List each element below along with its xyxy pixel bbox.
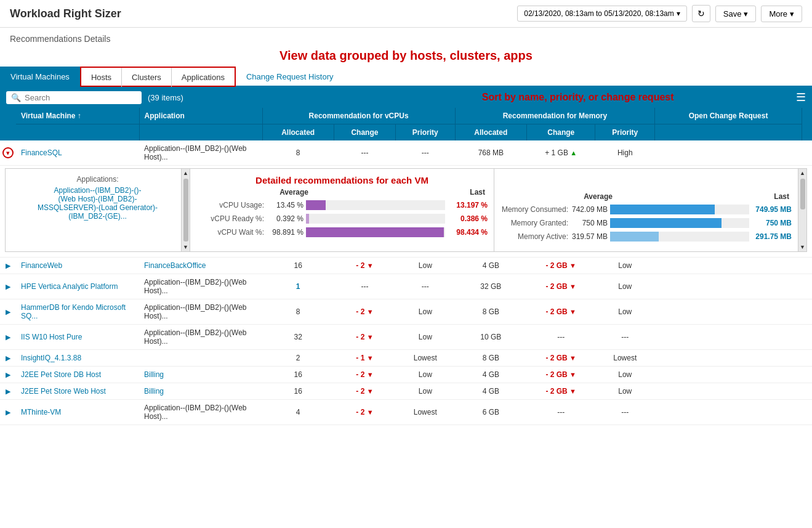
app-link[interactable]: (IBM_DB2-(GE)... (68, 212, 127, 221)
application-cell: Application--(IBM_DB2)-()(Web Host)... (139, 140, 262, 166)
expand-arrow[interactable]: ▶ (6, 388, 10, 395)
vm-link[interactable]: J2EE Pet Store DB Host (21, 370, 101, 379)
vcpu-wait-bar (306, 227, 444, 237)
app-link[interactable]: MSSQLSERVER)-(Load Generator)- (38, 203, 158, 212)
table-toolbar: 🔍 (39 items) Sort by name, priority, or … (0, 87, 812, 108)
date-range-label: 02/13/2020, 08:13am to 05/13/2020, 08:13… (524, 9, 674, 18)
arrow-down-icon: ▼ (367, 333, 374, 341)
arrow-down-icon: ▼ (367, 262, 374, 269)
table-row: ▶ FinanceWeb FinanceBackOffice 16 - 2 ▼ … (0, 258, 812, 274)
tab-hosts[interactable]: Hosts (81, 68, 121, 87)
vm-link[interactable]: J2EE Pet Store Web Host (21, 387, 106, 396)
arrow-down-icon: ▼ (569, 354, 576, 362)
vm-link[interactable]: FinanceSQL (21, 148, 62, 157)
app-link[interactable]: Billing (144, 387, 164, 396)
more-button[interactable]: More ▾ (761, 6, 802, 22)
outer-scroll-up-icon[interactable]: ▲ (798, 169, 806, 177)
tab-virtual-machines[interactable]: Virtual Machines (0, 67, 80, 87)
save-label: Save (723, 9, 742, 18)
metric-row-vcpu-usage: vCPU Usage: 13.45 % 13.197 % (196, 200, 488, 210)
search-icon: 🔍 (11, 93, 21, 102)
col-mem-allocated: Allocated (455, 124, 526, 141)
vm-link[interactable]: FinanceWeb (21, 261, 62, 270)
tab-clusters[interactable]: Clusters (121, 68, 172, 87)
expand-arrow[interactable]: ▶ (6, 371, 10, 378)
expand-button[interactable]: ▾ (2, 147, 14, 158)
col-vcpu-group: Recommendation for vCPUs (262, 108, 455, 124)
arrow-down-icon: ▼ (367, 408, 374, 416)
annotation-grouped: View data grouped by hosts, clusters, ap… (0, 46, 812, 67)
save-button[interactable]: Save ▾ (715, 6, 757, 22)
vm-link[interactable]: MThinte-VM (21, 408, 61, 416)
vcpu-usage-bar (306, 200, 326, 210)
outer-scroll-down-icon[interactable]: ▼ (798, 243, 806, 251)
col-mem-priority: Priority (595, 124, 655, 141)
page-title: Recommendations Details (0, 28, 812, 46)
arrow-down-icon: ▼ (569, 371, 576, 378)
refresh-button[interactable]: ↻ (692, 5, 710, 22)
main-table: Virtual Machine ↑ Application Recommenda… (0, 108, 812, 425)
arrow-down-icon: ▼ (569, 262, 576, 269)
col-open-change: Open Change Request (655, 108, 802, 124)
arrow-down-icon: ▼ (367, 308, 374, 315)
table-row: ▶ InsightIQ_4.1.3.88 2 - 1 ▼ Lowest 8 GB… (0, 350, 812, 367)
date-range-button[interactable]: 02/13/2020, 08:13am to 05/13/2020, 08:13… (517, 6, 687, 22)
arrow-down-icon: ▼ (367, 388, 374, 395)
col-application: Application (139, 108, 262, 124)
arrow-up-icon: ▲ (570, 149, 577, 156)
apps-label: Applications: (12, 175, 183, 184)
tab-applications[interactable]: Applications (172, 68, 235, 87)
vm-link[interactable]: IIS W10 Host Pure (21, 333, 82, 341)
tab-change-request-history[interactable]: Change Request History (236, 67, 344, 87)
table-row: ▶ MThinte-VM Application--(IBM_DB2)-()(W… (0, 400, 812, 425)
dropdown-arrow-icon: ▾ (677, 9, 680, 18)
mem-granted-bar (610, 218, 722, 228)
arrow-down-icon: ▼ (367, 371, 374, 378)
sort-annotation: Sort by name, priority, or change reques… (366, 92, 790, 103)
app-link[interactable]: Application--(IBM_DB2)-()-(Web Host)-(IB… (54, 186, 141, 203)
center-metric-header: Average Last (196, 188, 488, 197)
expand-arrow[interactable]: ▶ (6, 333, 10, 341)
app-link[interactable]: FinanceBackOffice (144, 261, 206, 270)
col-vcpu-change: Change (334, 124, 395, 141)
outer-scroll-thumb (800, 179, 805, 209)
arrow-down-icon: ▼ (569, 283, 576, 290)
expand-arrow[interactable]: ▶ (6, 408, 10, 416)
vm-link[interactable]: InsightIQ_4.1.3.88 (21, 354, 81, 362)
app-title: Workload Right Sizer (10, 7, 121, 20)
arrow-down-icon: ▼ (367, 354, 374, 362)
table-row: ▾ FinanceSQL Application--(IBM_DB2)-()(W… (0, 140, 812, 166)
metric-row-vcpu-ready: vCPU Ready %: 0.392 % 0.386 % (196, 214, 488, 224)
table-menu-icon[interactable]: ☰ (796, 91, 806, 104)
table-row: ▶ J2EE Pet Store DB Host Billing 16 - 2 … (0, 367, 812, 383)
mem-consumed-bar (610, 205, 715, 214)
metric-row-mem-granted: Memory Granted: 750 MB 750 MB (500, 218, 792, 228)
detail-scrollbar[interactable]: ▲ ▼ (181, 169, 190, 251)
arrow-down-icon: ▼ (569, 308, 576, 315)
detail-row: Applications: Application--(IBM_DB2)-()-… (0, 166, 812, 258)
vm-link[interactable]: HammerDB for Kendo Microsoft SQ... (21, 303, 126, 320)
search-box[interactable]: 🔍 (6, 91, 142, 104)
col-mem-group: Recommendation for Memory (455, 108, 654, 124)
expand-arrow[interactable]: ▶ (6, 262, 10, 269)
tabs-container: Virtual Machines Hosts Clusters Applicat… (0, 67, 812, 87)
save-dropdown-icon: ▾ (744, 9, 748, 18)
scroll-thumb (183, 179, 188, 242)
app-link[interactable]: Billing (144, 370, 164, 379)
expand-arrow[interactable]: ▶ (6, 308, 10, 315)
expand-arrow[interactable]: ▶ (6, 354, 10, 362)
vm-link[interactable]: HPE Vertica Analytic Platform (21, 282, 118, 291)
metric-row-vcpu-wait: vCPU Wait %: 98.891 % 98.434 % (196, 227, 488, 237)
col-mem-change: Change (527, 124, 595, 141)
vcpu-ready-bar (306, 214, 309, 224)
table-row: ▶ HPE Vertica Analytic Platform Applicat… (0, 274, 812, 299)
scroll-up-icon[interactable]: ▲ (182, 169, 190, 177)
outer-scrollbar[interactable]: ▲ ▼ (798, 169, 806, 251)
scroll-down-icon[interactable]: ▼ (182, 243, 190, 251)
table-row: ▶ J2EE Pet Store Web Host Billing 16 - 2… (0, 383, 812, 400)
col-vcpu-priority: Priority (395, 124, 455, 141)
top-right-controls: 02/13/2020, 08:13am to 05/13/2020, 08:13… (517, 5, 802, 22)
top-bar: Workload Right Sizer 02/13/2020, 08:13am… (0, 0, 812, 28)
search-input[interactable] (25, 93, 137, 102)
expand-arrow[interactable]: ▶ (6, 283, 10, 290)
